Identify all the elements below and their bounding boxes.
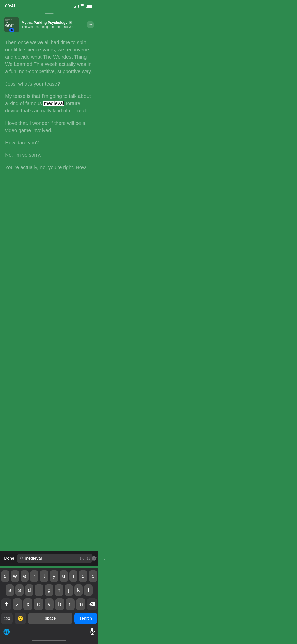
status-icons (74, 4, 93, 8)
transcript-paragraph-4: I love that. I wonder if there will be a… (5, 119, 93, 134)
podcast-thumbnail: POPULAR SCIENCE THE WEIRDEST THING I LEA… (4, 17, 19, 32)
thumb-label: POPULAR SCIENCE (5, 18, 18, 21)
podcast-info: Myths, Parking Psychology E The Weirdest… (22, 21, 84, 29)
status-bar: 09:41 (0, 0, 98, 11)
transcript-paragraph-5: How dare you? (5, 139, 93, 146)
transcript-paragraph-3: My tease is that I'm going to talk about… (5, 93, 93, 114)
status-time: 09:41 (5, 4, 16, 9)
transcript-paragraph-7: You're actually, no, you're right. How (5, 164, 93, 171)
podcast-header: POPULAR SCIENCE THE WEIRDEST THING I LEA… (0, 15, 98, 35)
drag-handle (0, 11, 98, 15)
podcast-header-right: ··· (87, 21, 94, 28)
wifi-icon (80, 4, 84, 8)
transcript-paragraph-1: Then once we've all had time to spin our… (5, 39, 93, 75)
podcast-episode-title: Myths, Parking Psychology (22, 21, 67, 25)
battery-icon (86, 5, 93, 8)
transcript-paragraph-2: Jess, what's your tease? (5, 80, 93, 88)
signal-icon (74, 5, 79, 8)
transcript-content: Then once we've all had time to spin our… (0, 35, 98, 206)
more-button[interactable]: ··· (87, 21, 94, 28)
transcript-paragraph-6: No, I'm so sorry. (5, 151, 93, 159)
explicit-badge: E (69, 21, 72, 24)
highlighted-word: medieval (43, 101, 64, 106)
podcast-show-name: The Weirdest Thing I Learned This We (22, 25, 84, 29)
thumb-eye (9, 28, 14, 32)
